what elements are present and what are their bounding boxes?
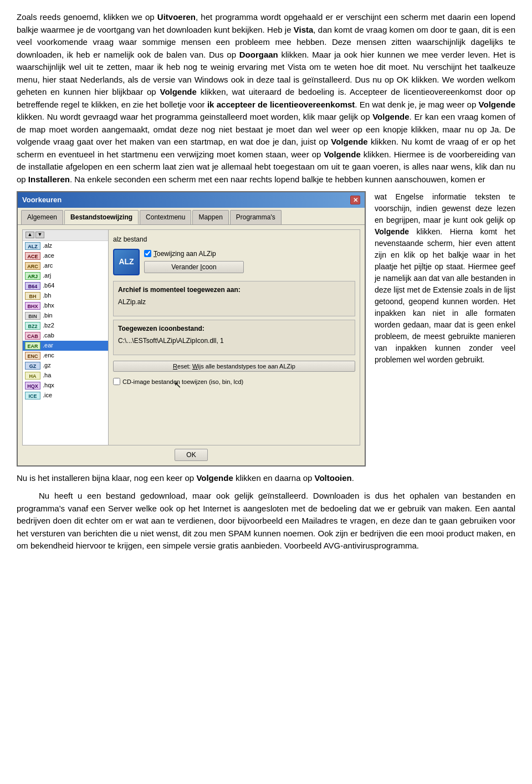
list-item[interactable]: BZ2 .bz2 [23,321,108,331]
dialog-titlebar: Voorkeuren ✕ [18,192,365,208]
ext-badge-enc: ENC [25,352,40,360]
tab-programmas[interactable]: Programma's [230,210,282,224]
right-panel-title: alz bestand [113,234,355,244]
paragraph-1: Zoals reeds genoemd, klikken we op Uitvo… [17,11,515,186]
dialog-tabs: Algemeen Bestandstoewijzing Contextmenu … [18,208,365,224]
ext-badge-arc: ARC [25,262,40,270]
underline-w: W [192,363,198,370]
file-list-header: ▲ ▼ [23,230,108,241]
ext-badge-b64: B64 [25,282,40,290]
list-item[interactable]: ALZ .alz [23,241,108,251]
ext-badge-hqx: HQX [25,382,40,390]
ext-badge-cab: CAB [25,332,40,340]
side-text: wat Engelse informatie teksten te voorsc… [375,191,515,366]
list-item[interactable]: ACE .ace [23,251,108,261]
ext-badge-gz: GZ [25,362,40,370]
underline-r: R [173,363,177,370]
voorkeuren-dialog: Voorkeuren ✕ Algemeen Bestandstoewijzing… [17,191,366,467]
paragraph-after-2: Nu heeft u een bestand gedownload, maar … [17,490,515,552]
ok-button[interactable]: OK [175,449,207,461]
assigned-section-title: Archief is momenteel toegewezen aan: [118,285,350,295]
dialog-close-button[interactable]: ✕ [350,196,360,204]
assigned-section-2: Toegewezen icoonbestand: C:\...\ESTsoft\… [113,320,355,355]
ext-badge-bh: BH [25,292,40,300]
reset-button[interactable]: Reset: Wijs alle bestandstypes toe aan A… [113,361,355,372]
list-item[interactable]: ENC .enc [23,351,108,361]
close-icon: ✕ [353,196,358,205]
list-item[interactable]: GZ .gz [23,361,108,371]
ext-badge-bz2: BZ2 [25,322,40,330]
file-list-panel[interactable]: ▲ ▼ ALZ .alz ACE .ace ARC .arc ARJ .arj … [23,230,109,445]
bold-volgende-3: Volgende [372,112,409,121]
ok-btn-row: OK [22,449,360,461]
assigned-section-2-value: C:\...\ESTsoft\ALZip\ALZipIcon.dll, 1 [118,336,350,346]
list-item[interactable]: BIN .bin [23,311,108,321]
toewijzing-checkbox-row: Toewijzing aan ALZip [144,249,244,259]
bold-licentie: ik accepteer de licentieovereenkomst [207,100,355,109]
list-item-ear[interactable]: EAR .ear [23,341,108,351]
ext-badge-arj: ARJ [25,272,40,280]
dialog-container: Voorkeuren ✕ Algemeen Bestandstoewijzing… [17,191,366,467]
bold-vista: Vista [294,25,314,34]
btn-row: Toewijzing aan ALZip Verander Icoon [144,249,244,273]
dialog-title: Voorkeuren [22,194,62,206]
main-content: Zoals reeds genoemd, klikken we op Uitvo… [17,11,515,552]
tab-contextmenu[interactable]: Contextmenu [140,210,191,224]
assigned-section-value: ALZip.alz [118,297,350,307]
ext-badge-ha: HA [25,372,40,380]
reset-btn-row: Reset: Wijs alle bestandstypes toe aan A… [113,361,355,372]
bold-volgende-1: Volgende [160,87,196,96]
paragraph-after-1: Nu is het installeren bijna klaar, nog e… [17,472,515,485]
assigned-section-2-title: Toegewezen icoonbestand: [118,324,350,334]
dialog-and-sidetext: Voorkeuren ✕ Algemeen Bestandstoewijzing… [17,191,515,467]
tab-bestandstoewijzing[interactable]: Bestandstoewijzing [64,210,139,224]
list-item[interactable]: ARC .arc [23,261,108,271]
list-item[interactable]: CAB .cab [23,331,108,341]
list-item[interactable]: BHX .bhx [23,301,108,311]
ext-badge-alz: ALZ [25,242,40,250]
right-panel: alz bestand ALZ Toewijzing aan ALZip Ver… [109,230,360,445]
alz-icon-area: ALZ Toewijzing aan ALZip Verander Icoon [113,249,355,275]
ext-badge-bhx: BHX [25,302,40,310]
dialog-body: ▲ ▼ ALZ .alz ACE .ace ARC .arc ARJ .arj … [18,224,365,465]
list-item[interactable]: HQX .hqx [23,381,108,391]
ext-badge-bin: BIN [25,312,40,320]
list-item[interactable]: ARJ .arj [23,271,108,281]
dialog-inner: ▲ ▼ ALZ .alz ACE .ace ARC .arc ARJ .arj … [22,229,360,445]
list-item[interactable]: BH .bh [23,291,108,301]
list-item[interactable]: HA .ha [23,371,108,381]
bold-voltooien: Voltooien [315,473,352,483]
cdimage-checkbox-row: CD-image bestanden toewijzen (iso, bin, … [113,377,355,387]
cdimage-label: CD-image bestanden toewijzen (iso, bin, … [122,377,243,387]
cdimage-checkbox[interactable] [113,378,120,385]
tab-algemeen[interactable]: Algemeen [21,210,63,224]
assigned-section: Archief is momenteel toegewezen aan: ALZ… [113,281,355,316]
verander-icoon-button[interactable]: Verander Icoon [144,261,244,273]
alz-icon: ALZ [113,249,140,275]
bold-volgende-5: Volgende [324,150,360,159]
tab-mappen[interactable]: Mappen [192,210,228,224]
bold-volgende-2: Volgende [479,100,515,109]
toewijzing-checkbox[interactable] [144,250,151,257]
underline-t: T [154,250,157,258]
list-item[interactable]: B64 .b64 [23,281,108,291]
bold-installeren: Installeren [28,175,70,184]
scroll-up-button[interactable]: ▲ [25,232,34,238]
toewijzing-label: Toewijzing aan ALZip [154,249,216,259]
list-item[interactable]: ICE .ice [23,391,108,401]
bold-volgende-side: Volgende [375,227,409,236]
scroll-down-button[interactable]: ▼ [35,232,44,238]
bold-volgende-4: Volgende [331,137,367,146]
ext-badge-ace: ACE [25,252,40,260]
ext-badge-ice: ICE [25,392,40,399]
underline-i: I [200,263,202,271]
bold-doorgaan: Doorgaan [239,50,278,59]
bold-volgende-after1: Volgende [196,473,233,483]
bold-uitvoeren: Uitvoeren [157,12,196,22]
ext-badge-ear: EAR [25,342,40,350]
